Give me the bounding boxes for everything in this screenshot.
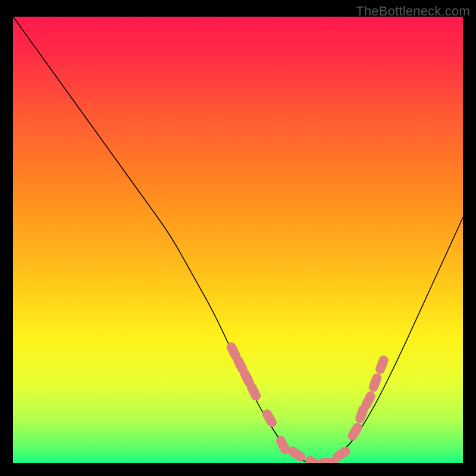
chart-frame: TheBottleneck.com	[0, 0, 476, 476]
watermark-text: TheBottleneck.com	[356, 4, 470, 19]
plot-background	[13, 17, 463, 463]
plot-svg	[13, 17, 463, 463]
plot-area	[13, 17, 463, 463]
